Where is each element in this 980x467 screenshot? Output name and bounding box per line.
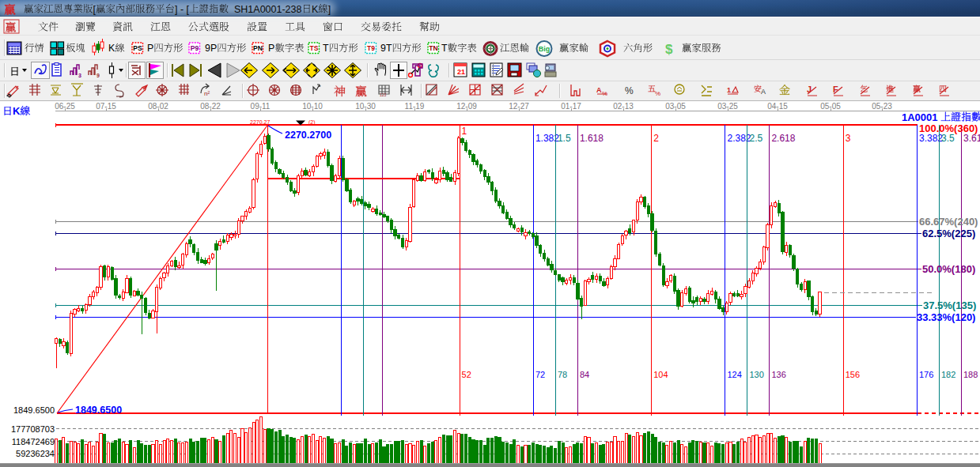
svg-text:1: 1 bbox=[462, 126, 467, 137]
svg-text:n²: n² bbox=[204, 90, 210, 97]
svg-text:A: A bbox=[761, 88, 766, 96]
svg-text:130: 130 bbox=[750, 370, 764, 379]
svg-text:124: 124 bbox=[728, 370, 742, 379]
svg-text:Big: Big bbox=[539, 45, 551, 53]
svg-text:2.618: 2.618 bbox=[771, 133, 795, 144]
svg-text:[: [ bbox=[93, 4, 96, 15]
svg-text:A: A bbox=[596, 86, 602, 94]
svg-text:1.5: 1.5 bbox=[558, 133, 571, 144]
svg-text:3: 3 bbox=[846, 133, 851, 144]
svg-text:K: K bbox=[312, 4, 319, 15]
svg-text:PN: PN bbox=[253, 44, 263, 52]
svg-text:K: K bbox=[13, 105, 21, 117]
svg-text:TS: TS bbox=[310, 44, 319, 52]
svg-text:3.5: 3.5 bbox=[941, 133, 955, 144]
svg-text:K: K bbox=[108, 43, 115, 54]
svg-text:PS: PS bbox=[133, 44, 142, 52]
svg-text:P: P bbox=[147, 43, 153, 54]
svg-text:52: 52 bbox=[462, 370, 471, 379]
svg-text:T: T bbox=[323, 43, 329, 54]
svg-text:1: 1 bbox=[727, 86, 731, 94]
svg-text:T9: T9 bbox=[367, 44, 375, 52]
svg-text:66.67%(240): 66.67%(240) bbox=[919, 216, 978, 228]
svg-text:118472469: 118472469 bbox=[12, 437, 55, 446]
svg-text:2270.27: 2270.27 bbox=[250, 119, 270, 125]
svg-text:]: ] bbox=[175, 4, 177, 15]
svg-text:1849.6500: 1849.6500 bbox=[13, 405, 55, 415]
svg-text:62.5%(225): 62.5%(225) bbox=[922, 228, 975, 239]
svg-text:9T: 9T bbox=[380, 43, 392, 54]
svg-text:[: [ bbox=[187, 4, 190, 15]
svg-text:3.618: 3.618 bbox=[963, 133, 980, 144]
svg-text:1.618: 1.618 bbox=[580, 133, 604, 144]
svg-text:T: T bbox=[441, 43, 448, 54]
svg-text:33.33%(120): 33.33%(120) bbox=[917, 311, 975, 323]
svg-text:188: 188 bbox=[963, 370, 978, 379]
svg-text:TN: TN bbox=[429, 44, 437, 52]
svg-text:1849.6500: 1849.6500 bbox=[75, 405, 122, 416]
svg-text:182: 182 bbox=[941, 370, 955, 379]
svg-text:$: $ bbox=[665, 42, 673, 57]
svg-text:2.5: 2.5 bbox=[750, 133, 763, 144]
svg-text:123: 123 bbox=[380, 92, 387, 97]
svg-text:21: 21 bbox=[457, 68, 465, 76]
svg-text:SH1A0001-238: SH1A0001-238 bbox=[234, 4, 302, 15]
svg-text:%: % bbox=[625, 85, 634, 96]
svg-text:72: 72 bbox=[535, 370, 545, 379]
svg-text:9P: 9P bbox=[205, 43, 217, 54]
svg-text:%: % bbox=[655, 90, 660, 97]
svg-text:176: 176 bbox=[919, 370, 933, 379]
svg-text:(2): (2) bbox=[308, 119, 316, 126]
svg-text:59236234: 59236234 bbox=[16, 449, 55, 458]
svg-text:1A0001: 1A0001 bbox=[902, 111, 938, 123]
svg-text:P9: P9 bbox=[191, 44, 199, 52]
svg-text:]: ] bbox=[328, 4, 331, 15]
svg-text:2: 2 bbox=[653, 133, 659, 144]
svg-text:78: 78 bbox=[558, 370, 567, 379]
svg-text:3: 3 bbox=[78, 73, 81, 78]
svg-text:100.0%(360): 100.0%(360) bbox=[919, 122, 978, 134]
svg-text:-: - bbox=[180, 4, 184, 15]
svg-text:50.0%(180): 50.0%(180) bbox=[922, 263, 975, 275]
svg-text:P: P bbox=[268, 43, 274, 54]
svg-text:156: 156 bbox=[846, 370, 860, 379]
svg-text:9: 9 bbox=[96, 73, 100, 78]
svg-text:104: 104 bbox=[653, 370, 668, 379]
svg-text:37.5%(135): 37.5%(135) bbox=[923, 299, 976, 311]
svg-text:84: 84 bbox=[580, 370, 589, 379]
svg-text:2270.2700: 2270.2700 bbox=[285, 130, 331, 141]
svg-text:177708703: 177708703 bbox=[11, 424, 55, 434]
svg-text:136: 136 bbox=[771, 370, 785, 379]
